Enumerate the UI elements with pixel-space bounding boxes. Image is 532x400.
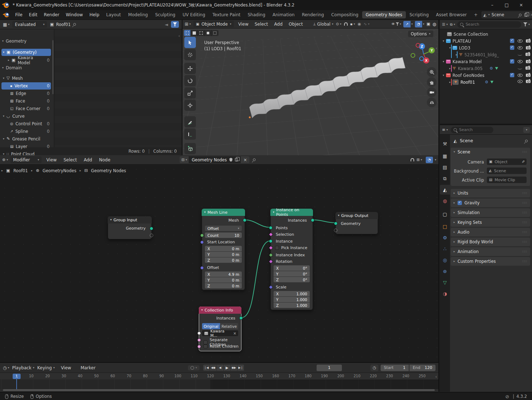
proportional-edit-icon[interactable]: ◉	[357, 22, 361, 26]
camera-visibility-icon[interactable]	[526, 60, 531, 63]
select-lasso-button[interactable]	[205, 30, 211, 36]
breadcrumb-toggle-icon[interactable]: ▸	[1, 169, 3, 172]
options-dropdown[interactable]: Options▾	[408, 31, 433, 37]
tab-object[interactable]: □	[440, 222, 450, 231]
pin-icon[interactable]	[253, 158, 256, 162]
viewport-menu-add[interactable]: Add	[273, 22, 284, 27]
filter-toggle-button[interactable]	[171, 21, 179, 28]
panel-drag-handle[interactable]: ∷∷	[523, 211, 527, 214]
node-editor-type-button[interactable]: ⊛▾	[2, 158, 8, 162]
region-toggle-icon[interactable]: ‹	[436, 374, 437, 379]
tree-item-geometry[interactable]: ▾▣(Geometry)	[1, 49, 51, 56]
tool-rotate[interactable]	[184, 75, 196, 86]
scale-y-field[interactable]: Y1.000	[274, 297, 310, 302]
tab-material[interactable]: ◑	[440, 289, 450, 299]
properties-search[interactable]	[451, 127, 493, 133]
close-button[interactable]: ×	[514, 0, 528, 10]
tool-cursor[interactable]	[184, 49, 196, 60]
socket-collection-input[interactable]	[197, 331, 201, 335]
panel-drag-handle[interactable]: ∷∷	[523, 260, 527, 263]
node-group-output[interactable]: ▾Group Output Geometry	[335, 212, 378, 234]
workspace-tab-layout[interactable]: Layout	[103, 11, 125, 18]
spreadsheet-editor-type-button[interactable]: ▦▾	[3, 22, 9, 27]
socket-instances-output[interactable]	[239, 316, 243, 320]
node-menu-select[interactable]: Select	[61, 157, 79, 162]
socket-points-input[interactable]	[269, 226, 273, 230]
tab-constraints[interactable]: ⊚	[440, 266, 450, 276]
original-toggle-button[interactable]: Original	[202, 323, 220, 329]
region-toggle-icon[interactable]: ‹	[179, 34, 180, 38]
node-header[interactable]: ▾Instance on Points	[270, 209, 313, 216]
tree-item-grease-pencil[interactable]: ▾✎Grease Pencil	[1, 135, 51, 143]
viewport-editor-type-button[interactable]: ⊞▾	[185, 22, 191, 26]
offset-z-field[interactable]: Z0 m	[205, 283, 242, 288]
tree-item-spline[interactable]: ↗Spline0	[1, 128, 51, 135]
socket-scale-input[interactable]	[269, 285, 273, 290]
mode-dropdown[interactable]: ▣Object Mode▾	[193, 21, 234, 27]
camera-visibility-icon[interactable]	[526, 80, 531, 83]
relative-toggle-button[interactable]: Relative	[220, 323, 238, 329]
xray-toggle-icon[interactable]: ▣	[426, 22, 430, 26]
panel-audio[interactable]: ▸Audio∷∷	[451, 228, 530, 236]
auto-keying-button[interactable]: ▾	[188, 365, 200, 370]
tab-modifiers[interactable]: ⚙	[440, 233, 450, 243]
menu-file[interactable]: File	[12, 12, 26, 17]
tool-move[interactable]	[184, 63, 196, 74]
outliner-filter-type-dropdown[interactable]: ⧉▾	[450, 23, 455, 26]
eye-closed-icon[interactable]	[518, 53, 522, 56]
snap-magnet-icon[interactable]	[344, 22, 348, 26]
gizmo-y-negative[interactable]	[411, 53, 415, 58]
socket-virtual[interactable]	[334, 229, 338, 232]
select-box-button[interactable]	[191, 30, 198, 36]
node-collection-info[interactable]: ▾Collection Info Instances Original Rela…	[199, 306, 241, 351]
overlays-toggle-button[interactable]: ◔	[415, 21, 422, 27]
reset-children-checkbox[interactable]	[203, 344, 207, 348]
tree-item-curve[interactable]: ▾◡Curve	[1, 113, 51, 120]
viewport-3d[interactable]: ⊞▾ ▣Object Mode▾ View Select Add Object …	[183, 20, 439, 155]
separate-children-checkbox[interactable]	[203, 340, 207, 344]
properties-options-dropdown[interactable]: ▾	[523, 127, 530, 133]
gizmo-toggle-button[interactable]: ↗	[403, 21, 411, 27]
spreadsheet-mode-dropdown[interactable]: Evaluated▾	[12, 21, 47, 28]
previous-keyframe-button[interactable]: ◀◆	[210, 365, 217, 371]
node-tree-type-dropdown[interactable]: Modifier▾	[10, 156, 42, 163]
tool-scale[interactable]	[184, 87, 196, 99]
copy-icon[interactable]	[235, 158, 238, 161]
camera-visibility-icon[interactable]	[526, 74, 531, 77]
timeline-editor-type-button[interactable]: ◷▾	[3, 366, 9, 370]
camera-visibility-icon[interactable]	[526, 46, 531, 49]
blender-menu-icon[interactable]	[0, 13, 12, 17]
sidebar-toggle-icon[interactable]: ‹	[436, 46, 437, 51]
socket-pick-instance-input[interactable]	[269, 245, 273, 250]
minimize-button[interactable]: –	[485, 0, 499, 10]
timeline-ruler[interactable]: 1102030405060708090100110120130140150160…	[0, 373, 438, 379]
pick-instance-checkbox-row[interactable]: Pick Instance	[275, 245, 307, 250]
camera-field[interactable]: ▣ Object ✎	[487, 158, 527, 165]
use-preview-range-button[interactable]: ◷	[370, 365, 378, 371]
gizmo-z-negative[interactable]	[419, 56, 424, 61]
node-tree-name-field[interactable]: Geometry Nodes	[189, 156, 241, 163]
tree-section-geometry[interactable]: ▾Geometry	[2, 39, 26, 44]
tree-item-face-corner[interactable]: ◱Face Corner0	[1, 105, 51, 112]
outliner-display-mode-dropdown[interactable]: ☰▾	[442, 23, 448, 26]
play-button[interactable]: ▶	[224, 365, 231, 371]
keying-menu[interactable]: Keying▾	[37, 365, 55, 370]
node-mesh-line[interactable]: ▾Mesh Line Mesh Offset▾ Count10 Start Lo…	[202, 209, 245, 290]
outliner-row-scene-collection[interactable]: Scene Collection	[440, 31, 532, 38]
start-location-y-field[interactable]: Y0 m	[205, 252, 242, 257]
tree-item-vertex[interactable]: ▪Vertex0	[1, 82, 51, 90]
tree-item-layer[interactable]: ▤Layer0	[1, 143, 51, 150]
tab-object-data[interactable]: ▽	[440, 278, 450, 287]
rotation-x-field[interactable]: X0°	[274, 265, 310, 271]
jump-to-start-button[interactable]: ❘◀	[203, 365, 210, 371]
properties-search-input[interactable]	[459, 127, 484, 132]
start-location-z-field[interactable]: Z0 m	[205, 257, 242, 263]
workspace-tab-scripting[interactable]: Scripting	[406, 11, 432, 18]
panel-drag-handle[interactable]: ∷∷	[523, 240, 527, 244]
fake-user-shield-icon[interactable]	[229, 158, 232, 162]
properties-editor-type-button[interactable]: ≡▾	[442, 128, 448, 132]
socket-instances-output[interactable]	[311, 218, 314, 222]
snap-target-dropdown[interactable]: ⊞▾	[417, 158, 422, 162]
unlink-node-tree-button[interactable]: ×	[241, 156, 249, 163]
camera-view-button[interactable]	[427, 87, 437, 97]
